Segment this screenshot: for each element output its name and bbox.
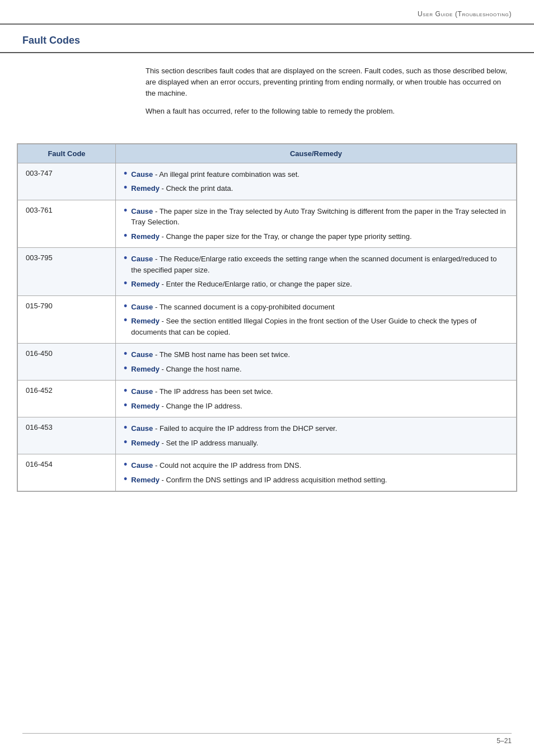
intro-para2: When a fault has occurred, refer to the … (146, 106, 512, 117)
bullet-list: •Cause - The paper size in the Tray sele… (124, 206, 508, 242)
bullet-icon: • (124, 205, 127, 217)
cause-keyword: Cause (131, 387, 155, 396)
fault-code-cell: 016-450 (18, 344, 116, 381)
page: User Guide (Troubleshooting) Fault Codes… (0, 0, 534, 756)
list-item: •Cause - Could not acquire the IP addres… (124, 460, 508, 471)
page-number: 5–21 (496, 737, 512, 745)
remedy-keyword: Remedy (131, 280, 161, 288)
table-row: 016-453•Cause - Failed to acquire the IP… (18, 417, 517, 454)
remedy-keyword: Remedy (131, 439, 161, 447)
fault-code-cell: 015-790 (18, 295, 116, 344)
cause-remedy-cell: •Cause - The IP address has been set twi… (116, 381, 517, 417)
bullet-icon: • (124, 474, 127, 485)
bullet-icon: • (124, 437, 127, 448)
remedy-keyword: Remedy (131, 365, 161, 373)
bullet-icon: • (124, 315, 127, 326)
cause-keyword: Cause (131, 350, 155, 359)
list-item: •Remedy - Change the paper size for the … (124, 231, 508, 242)
fault-code-cell: 003-795 (18, 248, 116, 296)
bullet-icon: • (124, 301, 127, 312)
cause-text: Cause - The SMB host name has been set t… (131, 349, 290, 360)
remedy-text: Remedy - See the section entitled Illega… (131, 316, 508, 337)
section-heading: Fault Codes (0, 25, 534, 53)
fault-code-cell: 003-747 (18, 163, 116, 200)
cause-text: Cause - The Reduce/Enlarge ratio exceeds… (131, 253, 508, 275)
cause-text: Cause - The IP address has been set twic… (131, 386, 273, 397)
bullet-list: •Cause - The Reduce/Enlarge ratio exceed… (124, 253, 508, 290)
cause-text: Cause - Could not acquire the IP address… (131, 460, 301, 471)
table-row: 003-795•Cause - The Reduce/Enlarge ratio… (18, 248, 517, 296)
bullet-icon: • (124, 182, 127, 194)
remedy-text: Remedy - Enter the Reduce/Enlarge ratio,… (131, 279, 352, 290)
remedy-keyword: Remedy (131, 232, 161, 241)
list-item: •Remedy - Change the host name. (124, 364, 508, 375)
bullet-icon: • (124, 386, 127, 397)
table-row: 016-454•Cause - Could not acquire the IP… (18, 454, 517, 491)
page-header: User Guide (Troubleshooting) (0, 0, 534, 25)
cause-text: Cause - The paper size in the Tray selec… (131, 206, 508, 228)
list-item: •Remedy - Enter the Reduce/Enlarge ratio… (124, 279, 508, 290)
bullet-icon: • (124, 459, 127, 471)
remedy-text: Remedy - Change the paper size for the T… (131, 231, 411, 242)
bullet-icon: • (124, 168, 127, 180)
table-row: 003-761•Cause - The paper size in the Tr… (18, 200, 517, 248)
cause-remedy-cell: •Cause - The SMB host name has been set … (116, 344, 517, 381)
list-item: •Cause - Failed to acquire the IP addres… (124, 423, 508, 434)
bullet-list: •Cause - An illegal print feature combin… (124, 169, 508, 194)
cause-keyword: Cause (131, 207, 155, 215)
bullet-icon: • (124, 349, 127, 360)
remedy-text: Remedy - Change the host name. (131, 364, 241, 375)
remedy-text: Remedy - Confirm the DNS settings and IP… (131, 475, 387, 486)
list-item: •Cause - The paper size in the Tray sele… (124, 206, 508, 228)
cause-text: Cause - The scanned document is a copy-p… (131, 302, 334, 313)
bullet-list: •Cause - The scanned document is a copy-… (124, 302, 508, 338)
remedy-keyword: Remedy (131, 476, 161, 484)
cause-remedy-cell: •Cause - Failed to acquire the IP addres… (116, 417, 517, 454)
table-row: 003-747•Cause - An illegal print feature… (18, 163, 517, 200)
list-item: •Cause - The scanned document is a copy-… (124, 302, 508, 313)
list-item: •Remedy - Change the IP address. (124, 401, 508, 412)
list-item: •Remedy - See the section entitled Illeg… (124, 316, 508, 337)
col-header-cause: Cause/Remedy (116, 144, 517, 163)
cause-keyword: Cause (131, 424, 155, 433)
section-title: Fault Codes (22, 35, 512, 46)
cause-keyword: Cause (131, 461, 155, 469)
fault-code-cell: 016-452 (18, 381, 116, 417)
remedy-text: Remedy - Change the IP address. (131, 401, 242, 412)
bullet-icon: • (124, 253, 127, 264)
remedy-text: Remedy - Check the print data. (131, 183, 233, 194)
remedy-keyword: Remedy (131, 184, 161, 192)
fault-codes-table-container: Fault Code Cause/Remedy 003-747•Cause - … (17, 143, 517, 492)
cause-remedy-cell: •Cause - The scanned document is a copy-… (116, 295, 517, 344)
bullet-icon: • (124, 363, 127, 374)
remedy-keyword: Remedy (131, 317, 161, 325)
remedy-text: Remedy - Set the IP address manually. (131, 438, 258, 449)
list-item: •Remedy - Confirm the DNS settings and I… (124, 475, 508, 486)
list-item: •Remedy - Check the print data. (124, 183, 508, 194)
cause-remedy-cell: •Cause - An illegal print feature combin… (116, 163, 517, 200)
header-title: User Guide (Troubleshooting) (418, 10, 512, 18)
list-item: •Cause - An illegal print feature combin… (124, 169, 508, 180)
cause-keyword: Cause (131, 303, 155, 311)
page-footer: 5–21 (22, 733, 512, 745)
cause-text: Cause - An illegal print feature combina… (131, 169, 299, 180)
table-row: 015-790•Cause - The scanned document is … (18, 295, 517, 344)
remedy-keyword: Remedy (131, 402, 161, 410)
fault-code-cell: 016-453 (18, 417, 116, 454)
bullet-list: •Cause - The IP address has been set twi… (124, 386, 508, 411)
bullet-icon: • (124, 400, 127, 411)
cause-keyword: Cause (131, 255, 155, 263)
table-row: 016-450•Cause - The SMB host name has be… (18, 344, 517, 381)
fault-codes-table: Fault Code Cause/Remedy 003-747•Cause - … (17, 144, 517, 492)
cause-text: Cause - Failed to acquire the IP address… (131, 423, 337, 434)
bullet-list: •Cause - Could not acquire the IP addres… (124, 460, 508, 485)
table-row: 016-452•Cause - The IP address has been … (18, 381, 517, 417)
bullet-list: •Cause - Failed to acquire the IP addres… (124, 423, 508, 448)
cause-remedy-cell: •Cause - Could not acquire the IP addres… (116, 454, 517, 491)
bullet-icon: • (124, 422, 127, 434)
bullet-icon: • (124, 278, 127, 289)
cause-remedy-cell: •Cause - The paper size in the Tray sele… (116, 200, 517, 248)
bullet-list: •Cause - The SMB host name has been set … (124, 349, 508, 374)
fault-code-cell: 003-761 (18, 200, 116, 248)
intro-para1: This section describes fault codes that … (146, 65, 512, 99)
